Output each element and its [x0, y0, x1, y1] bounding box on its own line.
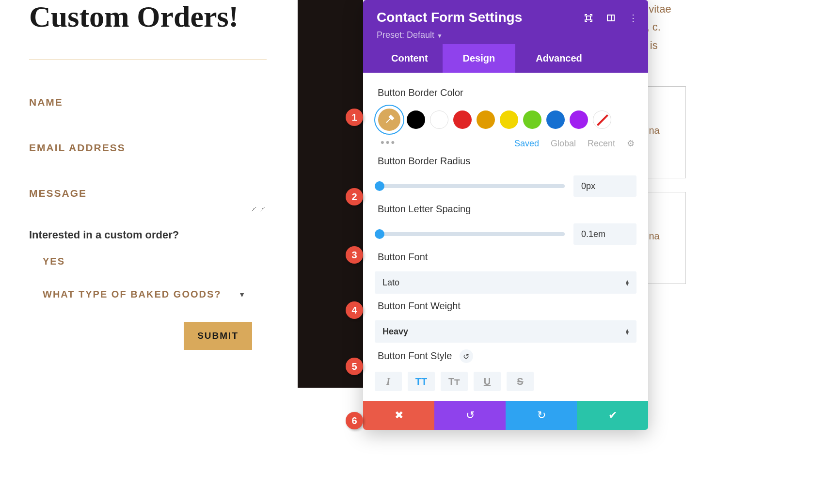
undo-icon: ↺ — [466, 409, 475, 422]
chevron-down-icon: ▼ — [239, 291, 246, 299]
preset-label: Preset: Default — [377, 30, 434, 40]
divider — [29, 60, 267, 60]
color-swatch-row — [375, 107, 636, 132]
check-icon: ✔ — [608, 409, 617, 422]
swatch-black[interactable] — [407, 110, 425, 129]
select-button-font-weight[interactable]: Heavy ▴▾ — [375, 320, 636, 343]
label-button-letter-spacing: Button Letter Spacing — [378, 204, 636, 215]
font-style-text: Button Font Style — [378, 350, 452, 361]
svg-rect-0 — [587, 16, 590, 20]
tab-design[interactable]: Design — [443, 44, 516, 73]
value-border-radius[interactable]: 0px — [573, 175, 636, 197]
marker-6: 6 — [346, 412, 363, 429]
label-button-font-style: Button Font Style ↺ — [378, 349, 636, 363]
marker-4: 4 — [346, 301, 363, 319]
slider-thumb[interactable] — [375, 181, 384, 191]
slider-letter-spacing[interactable] — [375, 232, 565, 236]
marker-3: 3 — [346, 246, 363, 264]
marker-5: 5 — [346, 358, 363, 375]
select-font-value: Lato — [382, 278, 399, 288]
contact-form-settings-modal: Contact Form Settings ⋮ Preset: Default … — [363, 0, 648, 430]
select-weight-value: Heavy — [382, 327, 408, 337]
redo-icon: ↻ — [537, 409, 546, 422]
color-tab-global[interactable]: Global — [551, 139, 576, 149]
select-arrows-icon: ▴▾ — [626, 329, 629, 334]
option-yes[interactable]: YES — [43, 256, 246, 267]
style-uppercase-button[interactable]: TT — [408, 372, 435, 391]
label-button-font: Button Font — [378, 252, 636, 263]
redo-button[interactable]: ↻ — [506, 401, 577, 430]
modal-header: Contact Form Settings ⋮ Preset: Default … — [363, 0, 648, 73]
swatch-orange[interactable] — [477, 110, 495, 129]
gear-icon[interactable]: ⚙ — [627, 138, 635, 149]
reset-icon[interactable]: ↺ — [460, 349, 473, 363]
marker-1: 1 — [346, 109, 363, 126]
swatch-green[interactable] — [523, 110, 541, 129]
swatch-blue[interactable] — [546, 110, 565, 129]
swatch-yellow[interactable] — [500, 110, 518, 129]
panel-toggle-icon[interactable] — [606, 14, 615, 22]
label-button-border-color: Button Border Color — [378, 87, 636, 98]
message-field-label[interactable]: MESSAGE — [29, 188, 281, 199]
marker-2: 2 — [346, 188, 363, 205]
swatch-purple[interactable] — [570, 110, 588, 129]
swatch-white[interactable] — [430, 110, 448, 129]
swatch-selected-eyedropper[interactable] — [377, 107, 402, 132]
slider-thumb[interactable] — [375, 229, 384, 239]
more-menu-icon[interactable]: ⋮ — [629, 14, 637, 22]
value-letter-spacing[interactable]: 0.1em — [573, 223, 636, 245]
select-button-font[interactable]: Lato ▴▾ — [375, 271, 636, 294]
email-field-label[interactable]: EMAIL ADDRESS — [29, 142, 281, 154]
style-italic-button[interactable]: I — [375, 372, 402, 391]
custom-order-question: Interested in a custom order? — [29, 229, 281, 241]
option-yes-label: YES — [43, 256, 65, 267]
tab-advanced[interactable]: Advanced — [515, 44, 597, 73]
style-strike-button[interactable]: S — [507, 372, 534, 391]
label-button-font-weight: Button Font Weight — [378, 300, 636, 312]
option-baked-goods-type[interactable]: WHAT TYPE OF BAKED GOODS? ▼ — [43, 289, 246, 300]
label-button-border-radius: Button Border Radius — [378, 156, 636, 167]
color-tab-saved[interactable]: Saved — [514, 139, 539, 149]
cancel-button[interactable]: ✖ — [363, 401, 434, 430]
slider-border-radius[interactable] — [375, 184, 565, 188]
chevron-down-icon: ▼ — [437, 32, 443, 39]
color-tab-recent[interactable]: Recent — [588, 139, 615, 149]
swatch-none[interactable] — [593, 110, 611, 129]
tab-content[interactable]: Content — [377, 44, 443, 73]
save-button[interactable]: ✔ — [577, 401, 648, 430]
close-icon: ✖ — [395, 409, 403, 422]
expand-icon[interactable] — [584, 14, 593, 22]
submit-button[interactable]: SUBMIT — [184, 322, 252, 350]
name-field-label[interactable]: NAME — [29, 96, 281, 108]
style-underline-button[interactable]: U — [474, 372, 501, 391]
textarea-resize-handle[interactable]: ⟋⟋ — [29, 204, 281, 214]
modal-footer: ✖ ↺ ↻ ✔ — [363, 401, 648, 430]
select-arrows-icon: ▴▾ — [626, 280, 629, 285]
undo-button[interactable]: ↺ — [434, 401, 506, 430]
swatch-red[interactable] — [453, 110, 472, 129]
preset-selector[interactable]: Preset: Default ▼ — [377, 30, 635, 44]
style-smallcaps-button[interactable]: Tᴛ — [441, 372, 468, 391]
option-type-label: WHAT TYPE OF BAKED GOODS? — [43, 289, 222, 300]
page-title: Custom Orders! — [29, 0, 281, 33]
